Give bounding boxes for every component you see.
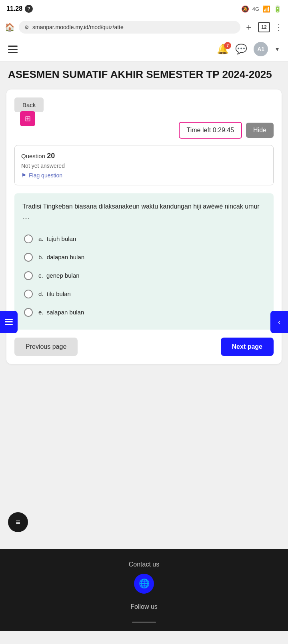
footer-contact-section: Contact us 🌐 Follow us <box>8 561 280 623</box>
follow-us-label: Follow us <box>130 603 158 610</box>
radio-e[interactable] <box>24 308 33 317</box>
option-c-label: c. genep bulan <box>38 272 80 279</box>
svg-rect-2 <box>5 324 13 325</box>
browser-actions: ＋ 12 ⋮ <box>244 21 283 33</box>
globe-icon: 🌐 <box>139 578 150 589</box>
mute-icon: 🔕 <box>241 5 249 13</box>
quiz-grid-icon: ⊞ <box>20 111 35 126</box>
flag-question-link[interactable]: ⚑ Flag question <box>21 172 267 179</box>
hamburger-menu[interactable] <box>8 46 18 53</box>
page-title: ASESMEN SUMATIF AKHIR SEMESTER TP 2024-2… <box>6 68 282 81</box>
browser-bar: 🏠 ⚙ smanpar.moodle.my.id/mod/quiz/atte ＋… <box>0 18 288 37</box>
timer-row: Time left 0:29:45 Hide <box>14 122 274 139</box>
sidebar-toggle-button[interactable] <box>0 311 18 333</box>
radio-d[interactable] <box>24 290 33 298</box>
notification-badge: 7 <box>224 42 231 49</box>
hide-timer-button[interactable]: Hide <box>246 123 274 138</box>
timer-display: Time left 0:29:45 <box>179 122 242 139</box>
option-d[interactable]: d. tilu bulan <box>22 285 266 303</box>
question-header: Question 20 <box>21 152 267 160</box>
option-e[interactable]: e. salapan bulan <box>22 303 266 322</box>
signal-icon: 4G <box>252 6 259 12</box>
question-text: Tradisi Tingkeban biasana dilaksanakeun … <box>22 201 266 222</box>
status-icons: 🔕 4G 📶 🔋 <box>241 5 282 13</box>
svg-rect-1 <box>5 321 13 322</box>
question-prefix: Question <box>21 153 45 159</box>
radio-b[interactable] <box>24 253 33 262</box>
url-text: smanpar.moodle.my.id/mod/quiz/atte <box>32 24 235 30</box>
menu-icon[interactable]: ⋮ <box>275 22 283 32</box>
signal-bars-icon: 📶 <box>262 5 270 13</box>
quiz-card: Back Time left 0:29:45 Hide Question 20 … <box>6 89 282 364</box>
navigation-buttons: Previous page Next page <box>14 338 274 356</box>
flag-label: Flag question <box>29 172 62 179</box>
battery-icon: 🔋 <box>274 5 282 13</box>
top-nav: 🔔 7 💬 A1 ▼ <box>0 37 288 62</box>
option-d-label: d. tilu bulan <box>38 290 71 297</box>
lock-icon: ⚙ <box>24 24 29 30</box>
globe-button[interactable]: 🌐 <box>134 574 154 594</box>
notifications-bell[interactable]: 🔔 7 <box>217 44 229 55</box>
previous-page-button[interactable]: Previous page <box>14 338 78 356</box>
radio-a[interactable] <box>24 235 33 243</box>
question-number: 20 <box>47 152 55 160</box>
floating-action-button[interactable]: ≡ <box>8 512 28 532</box>
option-a-label: a. tujuh bulan <box>38 235 76 242</box>
url-bar[interactable]: ⚙ smanpar.moodle.my.id/mod/quiz/atte <box>19 21 240 34</box>
tabs-button[interactable]: 12 <box>258 22 270 32</box>
back-button[interactable]: Back <box>14 97 44 112</box>
option-b-label: b. dalapan bulan <box>38 254 84 260</box>
chat-icon[interactable]: 💬 <box>235 44 247 55</box>
chevron-left-icon: ‹ <box>278 318 280 326</box>
flag-icon: ⚑ <box>21 172 26 179</box>
status-bar: 11.28 ? 🔕 4G 📶 🔋 <box>0 0 288 18</box>
status-question-icon: ? <box>25 5 33 13</box>
scroll-indicator <box>132 622 156 623</box>
add-tab-icon[interactable]: ＋ <box>244 21 253 33</box>
status-time: 11.28 ? <box>6 5 33 13</box>
next-page-button[interactable]: Next page <box>221 338 274 356</box>
time-display: 11.28 <box>6 5 22 12</box>
contact-us-label: Contact us <box>129 561 159 568</box>
chevron-down-icon[interactable]: ▼ <box>274 46 280 52</box>
list-action-icon: ≡ <box>16 518 20 527</box>
options-list: a. tujuh bulan b. dalapan bulan c. genep… <box>22 230 266 322</box>
option-a[interactable]: a. tujuh bulan <box>22 230 266 248</box>
main-content: ASESMEN SUMATIF AKHIR SEMESTER TP 2024-2… <box>0 62 288 541</box>
footer: Contact us 🌐 Follow us <box>0 549 288 631</box>
list-icon <box>5 319 13 325</box>
option-c[interactable]: c. genep bulan <box>22 266 266 285</box>
user-avatar[interactable]: A1 <box>254 42 268 56</box>
question-header-box: Question 20 Not yet answered ⚑ Flag ques… <box>14 145 274 185</box>
svg-rect-0 <box>5 319 13 320</box>
radio-c[interactable] <box>24 271 33 280</box>
question-status: Not yet answered <box>21 163 267 169</box>
option-b[interactable]: b. dalapan bulan <box>22 248 266 266</box>
sidebar-collapse-button[interactable]: ‹ <box>270 311 288 333</box>
option-e-label: e. salapan bulan <box>38 309 84 316</box>
nav-right: 🔔 7 💬 A1 ▼ <box>217 42 280 56</box>
question-content: Tradisi Tingkeban biasana dilaksanakeun … <box>14 193 274 330</box>
home-icon[interactable]: 🏠 <box>5 22 15 32</box>
